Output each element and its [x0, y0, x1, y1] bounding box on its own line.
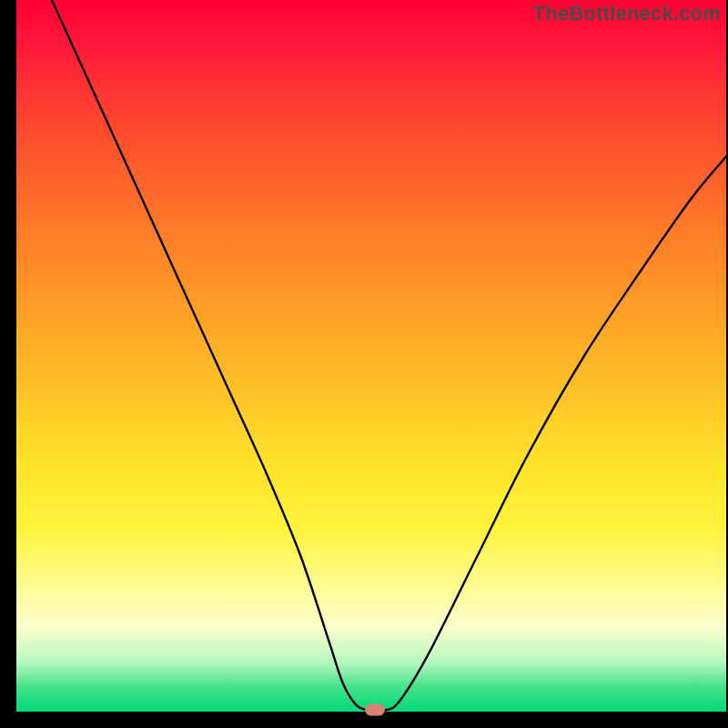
- bottleneck-curve: [16, 0, 726, 712]
- optimum-marker: [365, 703, 385, 715]
- chart-frame: TheBottleneck.com: [0, 0, 728, 728]
- plot-area: TheBottleneck.com: [16, 0, 726, 712]
